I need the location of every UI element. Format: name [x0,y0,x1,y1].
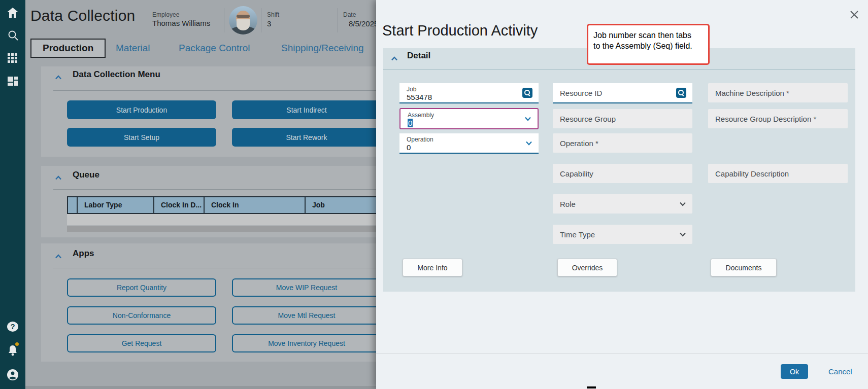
operation-label: Operation [407,136,433,143]
start-setup-button[interactable]: Start Setup [67,128,216,147]
resource-id-lookup-icon[interactable] [676,88,686,98]
close-icon[interactable] [848,8,861,21]
more-info-button[interactable]: More Info [403,259,462,276]
operation-dropdown-icon[interactable] [525,138,532,148]
queue-empty-row [67,214,403,225]
start-production-activity-dialog: Start Production Activity Job number sca… [376,0,868,389]
assembly-value: 0 [408,119,413,127]
resource-id-field[interactable]: Resource ID [553,83,692,103]
section-divider [53,268,398,268]
move-mtl-request-button[interactable]: Move Mtl Request [232,306,381,325]
section-title: Apps [73,249,94,259]
resource-group-label: Resource Group [560,115,616,123]
assembly-dropdown-icon[interactable] [524,114,531,123]
annotation-line: Job number scan then tabs [593,30,704,41]
left-rail: ? [0,0,25,389]
employee-label: Employee [152,11,179,18]
shift-label: Shift [267,11,279,18]
job-label: Job [407,86,416,93]
detail-section: Detail Job 553478 Assembly 0 Operation 0… [383,48,855,292]
report-quantity-button[interactable]: Report Quantity [67,278,216,297]
page-title: Data Collection [30,7,135,24]
queue-col-clock-in[interactable]: Clock In [204,197,305,213]
job-field[interactable]: Job 553478 [399,83,539,103]
assembly-field[interactable]: Assembly 0 [399,108,539,129]
capability-description-field[interactable]: Capability Description [708,164,848,183]
section-divider [383,69,855,70]
capability-field[interactable]: Capability [553,164,692,183]
role-dropdown-icon[interactable] [679,199,686,208]
section-title: Queue [73,170,99,180]
annotation-line: to the Assembly (Seq) field. [593,41,704,51]
tab-shipping-receiving[interactable]: Shipping/Receiving [281,43,364,54]
annotation-callout: Job number scan then tabs to the Assembl… [587,24,710,65]
resource-group-description-field[interactable]: Resource Group Description * [708,109,848,128]
queue-col-clock-in-date[interactable]: Clock In D... [153,197,204,213]
time-type-dropdown-icon[interactable] [679,230,686,239]
move-wip-request-button[interactable]: Move WIP Request [232,278,381,297]
start-production-button[interactable]: Start Production [67,100,216,119]
notifications-bell-icon[interactable] [0,344,25,357]
employee-avatar[interactable] [229,6,257,34]
header-divider [224,8,224,32]
screen-artifact [587,386,596,388]
operation-field[interactable]: Operation 0 [399,133,539,154]
tab-production[interactable]: Production [30,39,106,58]
queue-panel: Queue Labor Type Clock In D... Clock In … [41,166,403,237]
employee-value: Thomas Williams [152,19,210,27]
start-rework-button[interactable]: Start Rework [232,128,381,147]
header-divider [261,8,261,32]
section-divider [53,90,398,91]
collapse-chevron-icon[interactable] [55,173,62,182]
move-inventory-request-button[interactable]: Move Inventory Request [232,334,381,352]
role-label: Role [560,200,576,208]
notification-badge [15,342,19,346]
operation-required-label: Operation * [560,139,598,148]
shift-value: 3 [267,19,271,28]
ok-button[interactable]: Ok [781,364,808,379]
tab-material[interactable]: Material [116,43,150,54]
svg-text:?: ? [10,322,15,331]
section-title: Data Collection Menu [73,69,160,80]
capability-description-label: Capability Description [715,169,789,178]
collapse-chevron-icon[interactable] [391,54,398,63]
machine-description-field[interactable]: Machine Description * [708,83,848,102]
job-value: 553478 [407,93,432,101]
operation-required-field[interactable]: Operation * [553,133,692,153]
cancel-button[interactable]: Cancel [828,367,852,376]
home-icon[interactable] [0,6,25,19]
account-icon[interactable] [0,368,25,381]
dialog-title: Start Production Activity [382,22,538,39]
date-label: Date [343,11,356,18]
job-lookup-icon[interactable] [522,88,532,98]
start-indirect-button[interactable]: Start Indirect [232,100,381,119]
resource-group-description-label: Resource Group Description * [715,115,816,123]
bottom-strip [25,386,376,389]
section-title: Detail [407,51,430,61]
resource-group-field[interactable]: Resource Group [553,109,692,128]
assembly-label: Assembly [408,112,434,119]
overrides-button[interactable]: Overrides [557,259,617,276]
tab-package-control[interactable]: Package Control [179,43,250,54]
collapse-chevron-icon[interactable] [55,73,62,82]
queue-table-header: Labor Type Clock In D... Clock In Job [67,196,403,214]
queue-horizontal-scrollbar[interactable] [67,226,403,232]
queue-col-labor-type[interactable]: Labor Type [77,197,153,213]
operation-value: 0 [407,143,411,152]
apps-grid-icon[interactable] [0,52,25,65]
role-select[interactable]: Role [553,194,692,214]
non-conformance-button[interactable]: Non-Conformance [67,306,216,325]
date-value: 8/5/2025 [349,19,378,28]
help-icon[interactable]: ? [0,320,25,333]
get-request-button[interactable]: Get Request [67,334,216,352]
machine-description-label: Machine Description * [715,89,789,97]
search-icon[interactable] [0,28,25,42]
data-collection-menu-panel: Data Collection Menu Start Production St… [41,66,403,157]
collapse-chevron-icon[interactable] [55,252,62,261]
header-divider [338,8,338,32]
documents-button[interactable]: Documents [711,259,777,276]
time-type-select[interactable]: Time Type [553,225,692,244]
apps-panel: Apps Report Quantity Move WIP Request No… [41,243,403,362]
footer-divider [376,353,868,354]
dashboard-icon[interactable] [0,75,25,88]
